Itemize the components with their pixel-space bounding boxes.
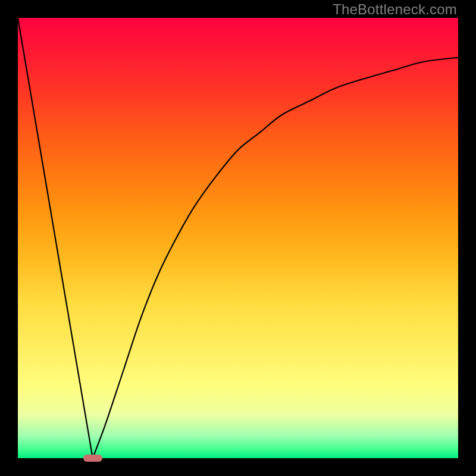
chart-frame: TheBottleneck.com	[0, 0, 476, 476]
curve-svg	[18, 18, 458, 458]
right-curve-path	[93, 58, 458, 458]
watermark-text: TheBottleneck.com	[333, 1, 457, 18]
left-line-path	[18, 18, 93, 458]
plot-area	[18, 18, 458, 458]
minimum-marker	[83, 455, 102, 462]
